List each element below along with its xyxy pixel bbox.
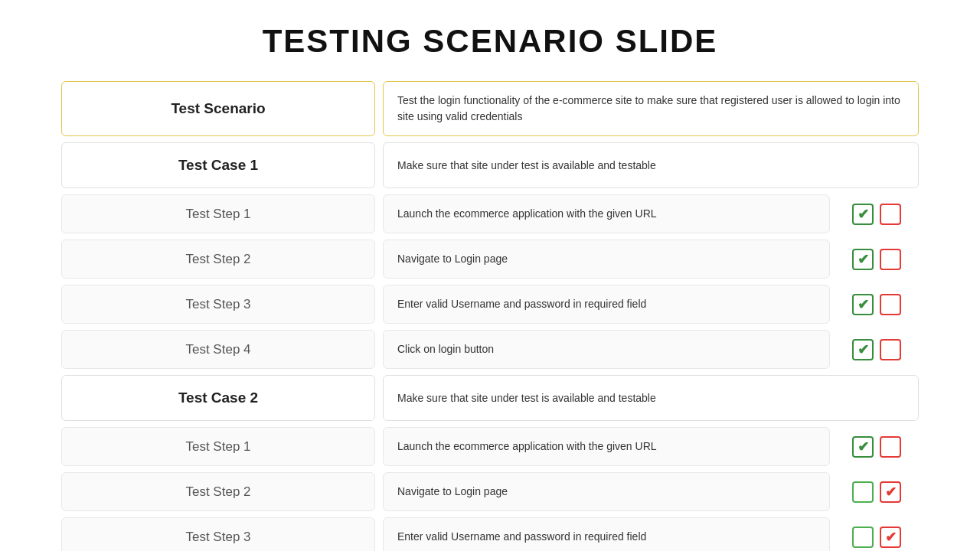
- test-case-label-1: Test Case 1: [178, 157, 258, 174]
- test-case-desc-2: Make sure that site under test is availa…: [397, 390, 656, 406]
- page: TESTING SCENARIO SLIDE Test Scenario Tes…: [0, 0, 980, 551]
- step-desc-cell-tc2-s3: Enter valid Username and password in req…: [383, 517, 830, 551]
- step-desc-cell-tc2-s1: Launch the ecommerce application with th…: [383, 427, 830, 466]
- step-desc-tc1-s2: Navigate to Login page: [397, 251, 508, 267]
- step-desc-tc1-s3: Enter valid Username and password in req…: [397, 296, 646, 312]
- checkbox-pass-tc1-s2[interactable]: ✔: [852, 249, 874, 270]
- checkbox-pass-tc1-s3[interactable]: ✔: [852, 294, 874, 315]
- step-label-tc1-s1: Test Step 1: [185, 207, 250, 222]
- test-cases-container: Test Case 1 Make sure that site under te…: [61, 142, 919, 551]
- checkbox-fail-tc1-s1[interactable]: [880, 204, 901, 225]
- step-desc-tc2-s3: Enter valid Username and password in req…: [397, 529, 646, 545]
- checkbox-pass-tc2-s2[interactable]: [852, 481, 874, 503]
- step-desc-cell-tc1-s2: Navigate to Login page: [383, 240, 830, 279]
- step-label-tc2-s3: Test Step 3: [185, 530, 250, 545]
- checkmark-fail: ✔: [885, 529, 897, 546]
- scenario-description: Test the login functionality of the e-co…: [397, 93, 904, 125]
- test-case-desc-cell-2: Make sure that site under test is availa…: [383, 375, 919, 421]
- step-row-tc2-s1: Test Step 1 Launch the ecommerce applica…: [61, 427, 919, 469]
- step-label-tc1-s4: Test Step 4: [185, 342, 250, 357]
- step-desc-tc1-s1: Launch the ecommerce application with th…: [397, 206, 657, 222]
- scenario-row: Test Scenario Test the login functionali…: [61, 81, 919, 136]
- checkbox-fail-tc1-s2[interactable]: [880, 249, 901, 270]
- step-label-cell-tc1-s1: Test Step 1: [61, 194, 375, 233]
- checkmark-pass: ✔: [858, 206, 869, 223]
- checkbox-pass-tc1-s4[interactable]: ✔: [852, 339, 874, 360]
- checkbox-cell-tc2-s3: ✔: [835, 517, 919, 551]
- step-desc-tc1-s4: Click on login button: [397, 341, 494, 357]
- checkmark-fail: ✔: [885, 484, 897, 500]
- step-row-tc1-s2: Test Step 2 Navigate to Login page ✔: [61, 240, 919, 282]
- step-row-tc1-s3: Test Step 3 Enter valid Username and pas…: [61, 285, 919, 327]
- step-desc-cell-tc2-s2: Navigate to Login page: [383, 472, 830, 511]
- page-title: TESTING SCENARIO SLIDE: [61, 23, 919, 60]
- scenario-label: Test Scenario: [171, 100, 265, 117]
- checkbox-pass-tc2-s3[interactable]: [852, 527, 874, 548]
- checkmark-pass: ✔: [858, 251, 869, 268]
- step-desc-tc2-s1: Launch the ecommerce application with th…: [397, 439, 657, 455]
- checkbox-cell-tc1-s2: ✔: [835, 240, 919, 279]
- scenario-label-cell: Test Scenario: [61, 81, 375, 136]
- checkmark-pass: ✔: [858, 296, 869, 313]
- checkmark-pass: ✔: [858, 439, 869, 455]
- step-label-cell-tc2-s2: Test Step 2: [61, 472, 375, 511]
- checkbox-fail-tc2-s2[interactable]: ✔: [880, 481, 901, 503]
- step-desc-cell-tc1-s3: Enter valid Username and password in req…: [383, 285, 830, 324]
- checkbox-fail-tc1-s4[interactable]: [880, 339, 901, 360]
- checkbox-cell-tc1-s1: ✔: [835, 194, 919, 233]
- step-desc-tc2-s2: Navigate to Login page: [397, 484, 508, 500]
- step-label-cell-tc2-s1: Test Step 1: [61, 427, 375, 466]
- step-label-cell-tc1-s2: Test Step 2: [61, 240, 375, 279]
- step-row-tc2-s2: Test Step 2 Navigate to Login page ✔: [61, 472, 919, 514]
- checkbox-fail-tc2-s3[interactable]: ✔: [880, 527, 901, 548]
- test-case-label-cell-2: Test Case 2: [61, 375, 375, 421]
- step-label-tc1-s3: Test Step 3: [185, 297, 250, 312]
- checkbox-fail-tc1-s3[interactable]: [880, 294, 901, 315]
- step-row-tc2-s3: Test Step 3 Enter valid Username and pas…: [61, 517, 919, 551]
- checkbox-pass-tc1-s1[interactable]: ✔: [852, 204, 874, 225]
- checkbox-cell-tc2-s1: ✔: [835, 427, 919, 466]
- step-desc-cell-tc1-s1: Launch the ecommerce application with th…: [383, 194, 830, 233]
- checkbox-cell-tc1-s4: ✔: [835, 330, 919, 369]
- checkmark-pass: ✔: [858, 341, 869, 358]
- test-case-row-2: Test Case 2 Make sure that site under te…: [61, 375, 919, 421]
- step-row-tc1-s4: Test Step 4 Click on login button ✔: [61, 330, 919, 372]
- checkbox-fail-tc2-s1[interactable]: [880, 436, 901, 458]
- test-case-row-1: Test Case 1 Make sure that site under te…: [61, 142, 919, 188]
- checkbox-cell-tc1-s3: ✔: [835, 285, 919, 324]
- scenario-description-cell: Test the login functionality of the e-co…: [383, 81, 919, 136]
- step-label-tc1-s2: Test Step 2: [185, 252, 250, 267]
- step-row-tc1-s1: Test Step 1 Launch the ecommerce applica…: [61, 194, 919, 236]
- step-desc-cell-tc1-s4: Click on login button: [383, 330, 830, 369]
- step-label-cell-tc1-s4: Test Step 4: [61, 330, 375, 369]
- test-case-desc-cell-1: Make sure that site under test is availa…: [383, 142, 919, 188]
- step-label-cell-tc1-s3: Test Step 3: [61, 285, 375, 324]
- checkbox-pass-tc2-s1[interactable]: ✔: [852, 436, 874, 458]
- step-label-tc2-s2: Test Step 2: [185, 484, 250, 500]
- test-case-label-cell-1: Test Case 1: [61, 142, 375, 188]
- test-case-desc-1: Make sure that site under test is availa…: [397, 158, 656, 174]
- step-label-cell-tc2-s3: Test Step 3: [61, 517, 375, 551]
- step-label-tc2-s1: Test Step 1: [185, 439, 250, 455]
- checkbox-cell-tc2-s2: ✔: [835, 472, 919, 511]
- test-case-label-2: Test Case 2: [178, 390, 258, 406]
